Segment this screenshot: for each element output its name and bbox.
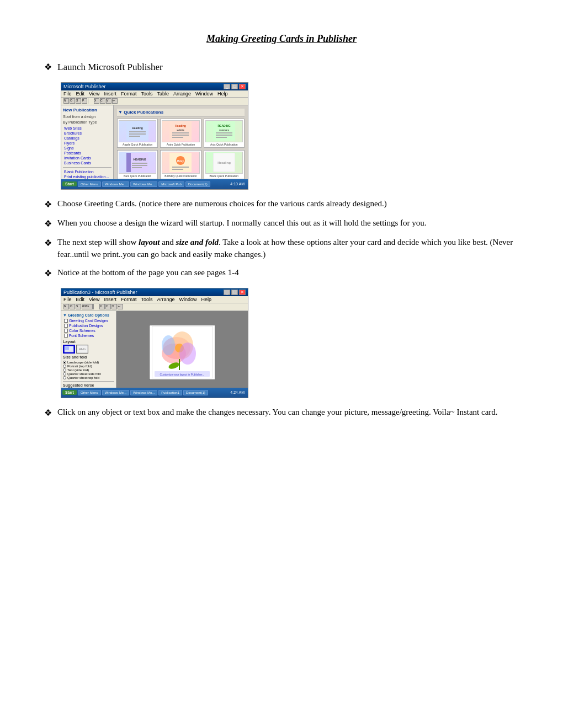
menu-edit[interactable]: Edit [76,91,85,97]
taskbar-item-1[interactable]: Other Menu [78,181,101,187]
sidebar-postcards[interactable]: Postcards [63,151,111,156]
fold-option-4[interactable]: Quarter sheet side fold [63,372,114,376]
tb-undo[interactable]: ↩ [112,98,118,104]
card-bars[interactable]: HEADING Bars Quick Publication [117,150,158,179]
fold-option-3[interactable]: Tent (side fold) [63,368,114,372]
sidebar-web-sites[interactable]: Web Sites [63,126,111,131]
tb2-open[interactable]: O [70,304,75,309]
minimize-btn[interactable]: _ [224,84,230,89]
cb-color-schemes[interactable] [64,329,68,333]
close-btn[interactable]: ✕ [239,84,246,89]
tb-new[interactable]: N [63,98,69,104]
sidebar2-pub-designs[interactable]: Publication Designs [63,323,114,328]
menu2-edit[interactable]: Edit [76,297,85,302]
tb-paste[interactable]: V [106,98,111,104]
sidebar-brochures[interactable]: Brochures [63,131,111,136]
fold-option-2[interactable]: Portrait (top fold) [63,365,114,368]
sidebar-invitation-cards[interactable]: Invitation Cards [63,156,111,160]
radio-fold-5[interactable] [63,376,66,379]
layout-all-in[interactable]: All-In [76,345,88,354]
card-argyle[interactable]: Heading Argyle Quick Publication [117,119,158,148]
taskbar-item-5[interactable]: Document(1) [185,181,210,187]
card-astro[interactable]: Heading subtitle Astro Quick Publication [160,119,201,148]
menu2-format[interactable]: Format [121,297,137,302]
menu2-insert[interactable]: Insert [104,297,116,302]
menu-table[interactable]: Table [157,91,169,97]
menu2-help[interactable]: Help [201,297,211,302]
menu-tools[interactable]: Tools [141,91,152,97]
fold-option-1[interactable]: Landscape (side fold) [63,361,114,364]
taskbar2-item-5[interactable]: Document(1) [183,390,208,395]
radio-fold-2[interactable] [63,365,66,368]
maximize-btn-2[interactable]: □ [231,290,238,295]
sidebar-flyers[interactable]: Flyers [63,141,111,146]
maximize-btn[interactable]: □ [231,84,238,89]
taskbar2-item-1[interactable]: Other Menu [78,390,101,395]
taskbar-item-3[interactable]: Windows Mo... [130,181,157,187]
card-blank[interactable]: Heading Blank Quick Publication [204,150,245,179]
card-preview-svg: Customize your layout in Publisher... [152,326,213,378]
tb-cut[interactable]: X [94,98,99,104]
tb-open[interactable]: O [70,98,75,104]
fold-option-5[interactable]: Quarter sheet top fold [63,376,114,379]
taskbar-item-4[interactable]: Microsoft Pub [158,181,184,187]
menu2-file[interactable]: File [63,297,72,302]
svg-text:All-In: All-In [79,347,86,351]
menu-window[interactable]: Window [195,91,213,97]
tb-save[interactable]: S [76,98,81,104]
tb2-new[interactable]: N [63,304,69,309]
svg-text:HEADING: HEADING [134,158,146,161]
radio-fold-3[interactable] [63,368,66,372]
menu2-window[interactable]: Window [179,297,196,302]
radio-fold-1[interactable] [63,361,66,364]
menu-view[interactable]: View [89,91,99,97]
layout-picture[interactable] [63,345,75,354]
taskbar2-item-4[interactable]: Publication1 [158,390,182,395]
menu-help[interactable]: Help [217,91,228,97]
cb-pub-designs[interactable] [64,324,68,328]
bullet-choose-text: Choose Greeting Cards. (notice there are… [57,197,519,210]
tb-print[interactable]: P [82,98,87,104]
menu-file[interactable]: File [63,91,72,97]
greeting-nav-item[interactable]: ▼ Greeting Card Options [63,313,114,317]
card-birthday[interactable]: Bday Birthday Quick Publication [160,150,201,179]
tb2-copy[interactable]: C [105,304,111,309]
sidebar-signs[interactable]: Signs [63,146,111,151]
menu2-arrange[interactable]: Arrange [157,297,174,302]
menu2-view[interactable]: View [89,297,99,302]
tb2-save[interactable]: S [76,304,81,309]
tb2-undo[interactable]: ↩ [118,304,123,309]
svg-rect-9 [172,135,189,136]
sidebar-business-cards[interactable]: Business Cards [63,160,111,165]
menu-insert[interactable]: Insert [104,91,116,97]
tb2-cut[interactable]: X [99,304,105,309]
minimize-btn-2[interactable]: _ [224,290,230,295]
sidebar-print-existing[interactable]: Print existing publication... [63,174,111,179]
sidebar2-color-schemes[interactable]: Color Schemes [63,328,114,333]
menu2-tools[interactable]: Tools [141,297,152,302]
svg-rect-27 [172,169,183,170]
card-axis[interactable]: READING summary Axis Quick Publication [204,119,245,148]
close-btn-2[interactable]: ✕ [239,290,246,295]
tb2-zoom[interactable]: 63% [82,304,93,309]
sidebar2-greeting-designs[interactable]: Greeting Card Designs [63,318,114,323]
publisher-content: ▼ Quick Publications Heading [114,105,248,185]
publisher-toolbar-2: N O S 63% X C V ↩ [61,303,248,311]
bullet-diamond-6: ❖ [44,406,52,420]
menu-arrange[interactable]: Arrange [173,91,191,97]
start-button[interactable]: Start [62,181,77,186]
sidebar-catalogs[interactable]: Catalogs [63,136,111,141]
sidebar-blank-pub[interactable]: Blank Publication [63,169,111,174]
sidebar2-font-schemes[interactable]: Font Schemes [63,333,114,338]
start-button-2[interactable]: Start [62,390,77,395]
tb2-paste[interactable]: V [111,304,117,309]
tb-copy[interactable]: C [100,98,105,104]
taskbar-item-2[interactable]: Windows Me... [102,181,129,187]
taskbar2-item-2[interactable]: Windows Me... [102,390,129,395]
radio-fold-4[interactable] [63,372,66,376]
menu-format[interactable]: Format [121,91,137,97]
cb-font-schemes[interactable] [64,334,68,338]
publisher-sidebar: New Publication Start from a design By P… [61,105,114,185]
cb-greeting-designs[interactable] [64,319,68,323]
taskbar2-item-3[interactable]: Windows Mo... [130,390,157,395]
